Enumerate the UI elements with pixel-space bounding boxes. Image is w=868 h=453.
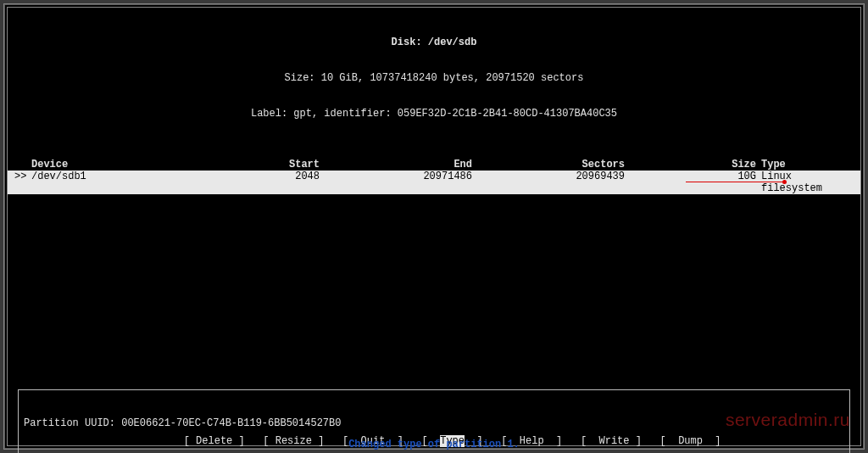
col-sectors-header: Sectors	[472, 159, 625, 171]
partition-table: Device Start End Sectors Size Type >> /d…	[8, 159, 860, 194]
disk-header: Disk: /dev/sdb Size: 10 GiB, 10737418240…	[8, 8, 860, 143]
terminal-inner-border: Disk: /dev/sdb Size: 10 GiB, 10737418240…	[7, 7, 861, 446]
row-type: Linux filesystem	[756, 171, 854, 194]
disk-title-label: Disk:	[392, 36, 428, 48]
row-device: /dev/sdb1	[31, 171, 252, 194]
col-size-header: Size	[625, 159, 756, 171]
annotation-dot	[782, 180, 787, 184]
row-marker: >>	[14, 171, 31, 194]
table-row[interactable]: >> /dev/sdb1 2048 20971486 20969439 10G …	[8, 171, 860, 194]
disk-title-value: /dev/sdb	[428, 36, 477, 48]
status-message: Changed type of partition 1.	[8, 439, 860, 450]
col-start-header: Start	[252, 159, 320, 171]
row-start: 2048	[252, 171, 320, 194]
row-sectors: 20969439	[472, 171, 625, 194]
disk-size-line: Size: 10 GiB, 10737418240 bytes, 2097152…	[8, 72, 860, 84]
terminal-window: Disk: /dev/sdb Size: 10 GiB, 10737418240…	[3, 3, 865, 450]
disk-label-line: Label: gpt, identifier: 059EF32D-2C1B-2B…	[8, 108, 860, 120]
row-size: 10G	[625, 171, 756, 194]
col-end-header: End	[320, 159, 472, 171]
annotation-underline	[686, 182, 784, 182]
col-device-header: Device	[31, 159, 252, 171]
col-type-header: Type	[756, 159, 854, 171]
col-marker	[14, 159, 31, 171]
disk-title: Disk: /dev/sdb	[8, 36, 860, 48]
row-end: 20971486	[320, 171, 472, 194]
column-headers: Device Start End Sectors Size Type	[8, 159, 860, 171]
